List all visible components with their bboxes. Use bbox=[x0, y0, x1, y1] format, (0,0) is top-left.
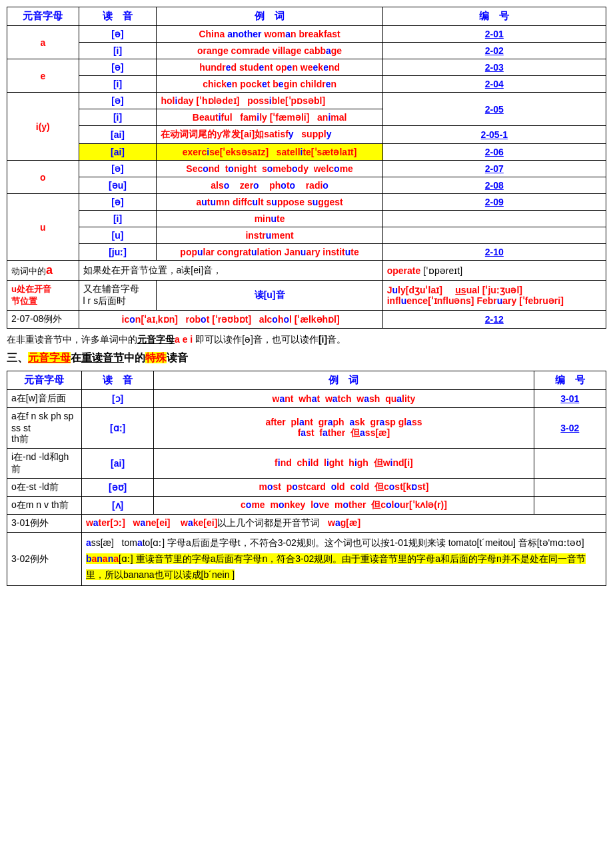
num-cell: 2-05-1 bbox=[382, 126, 606, 144]
num-cell: 2-08 bbox=[382, 177, 606, 194]
example-cell: 在动词词尾的y常发[ai]如satisfy supply bbox=[157, 126, 382, 144]
t2-example-cell: come monkey love mother 但colour[ˈkʌlə(r)… bbox=[154, 497, 534, 515]
table-row: [u] instrument bbox=[7, 227, 606, 244]
t2-letter-cell: i在-nd -ld和gh前 bbox=[7, 449, 82, 479]
exception-row: 2-07-08例外 icon[ˈaɪˌkɒn] robot [ˈrəʊbɒt] … bbox=[7, 311, 606, 329]
example-cell: also zero photo radio bbox=[157, 177, 382, 194]
table-row: [juː] popular congratulation January ins… bbox=[7, 244, 606, 261]
special-desc-u: 又在辅音字母l r s后面时 bbox=[79, 281, 157, 311]
table-row: e [ə] hundred student open weekend 2-03 bbox=[7, 59, 606, 76]
num-cell: 2-10 bbox=[382, 244, 606, 261]
example-cell: China another woman breakfast bbox=[157, 26, 382, 43]
example-cell: minute bbox=[157, 211, 382, 227]
special-label-u: u处在开音节位置 bbox=[7, 281, 79, 311]
table-row: o [ə] Second tonight somebody welcome 2-… bbox=[7, 161, 606, 177]
exception-302-label: 3-02例外 bbox=[7, 533, 82, 586]
t2-phonetic-cell: [ai] bbox=[81, 449, 153, 479]
table-row: o在m n v th前 [ʌ] come monkey love mother … bbox=[7, 497, 606, 515]
t2-num-cell bbox=[534, 497, 606, 515]
phonetic-cell: [ə] bbox=[79, 161, 157, 177]
main-table-1: 元音字母 读 音 例 词 编 号 a [ə] China another wom… bbox=[7, 7, 606, 329]
t2-letter-cell: o在-st -ld前 bbox=[7, 479, 82, 497]
phonetic-cell: [i] bbox=[79, 76, 157, 93]
letter-o: o bbox=[7, 161, 79, 194]
example-cell: Second tonight somebody welcome bbox=[157, 161, 382, 177]
table-row: [ai] 在动词词尾的y常发[ai]如satisfy supply 2-05-1 bbox=[7, 126, 606, 144]
special-desc-a: 如果处在开音节位置，a读[ei]音， bbox=[79, 261, 382, 281]
example-cell: popular congratulation January institute bbox=[157, 244, 382, 261]
phonetic-cell: [i] bbox=[79, 211, 157, 227]
t2-num-cell bbox=[534, 449, 606, 479]
example-cell: hundred student open weekend bbox=[157, 59, 382, 76]
t2-num-cell: 3-02 bbox=[534, 408, 606, 449]
phonetic-cell: [ai] bbox=[79, 126, 157, 144]
example-cell: Beautiful family [ˈfæməli] animal bbox=[157, 109, 382, 126]
col2-header-phonetic: 读 音 bbox=[81, 371, 153, 390]
special-row-u: u处在开音节位置 又在辅音字母l r s后面时 读[u]音 July[dʒuˈl… bbox=[7, 281, 606, 311]
letter-e: e bbox=[7, 59, 79, 93]
t2-letter-cell: a在[w]音后面 bbox=[7, 390, 82, 408]
example-cell: holiday [ˈhɒlədeɪ] possible[ˈpɒsəbl] bbox=[157, 93, 382, 109]
t2-phonetic-cell: [əʊ] bbox=[81, 479, 153, 497]
num-cell bbox=[382, 211, 606, 227]
num-cell: 2-09 bbox=[382, 194, 606, 211]
num-cell: 2-04 bbox=[382, 76, 606, 93]
phonetic-cell: [əu] bbox=[79, 177, 157, 194]
table-row: o在-st -ld前 [əʊ] most postcard old cold 但… bbox=[7, 479, 606, 497]
num-cell: 2-12 bbox=[382, 311, 606, 329]
phonetic-cell: [i] bbox=[79, 43, 157, 59]
num-cell: 2-07 bbox=[382, 161, 606, 177]
t2-num-cell: 3-01 bbox=[534, 390, 606, 408]
t2-phonetic-cell: [ɔ] bbox=[81, 390, 153, 408]
phonetic-cell: [ə] bbox=[79, 26, 157, 43]
table-row: [əu] also zero photo radio 2-08 bbox=[7, 177, 606, 194]
num-cell: 2-05 bbox=[382, 93, 606, 126]
t2-phonetic-cell: [ʌ] bbox=[81, 497, 153, 515]
num-cell: 2-03 bbox=[382, 59, 606, 76]
num-cell: 2-01 bbox=[382, 26, 606, 43]
table-row: a在[w]音后面 [ɔ] want what watch wash qualit… bbox=[7, 390, 606, 408]
table-row: a [ə] China another woman breakfast 2-01 bbox=[7, 26, 606, 43]
example-cell: orange comrade village cabbage bbox=[157, 43, 382, 59]
phonetic-cell: [ə] bbox=[79, 194, 157, 211]
col-header-num: 编 号 bbox=[382, 7, 606, 26]
phonetic-cell: [ə] bbox=[79, 93, 157, 109]
exception-301-label: 3-01例外 bbox=[7, 515, 82, 533]
num-cell bbox=[382, 227, 606, 244]
col-header-letter: 元音字母 bbox=[7, 7, 79, 26]
phonetic-cell: [ə] bbox=[79, 59, 157, 76]
phonetic-cell: [juː] bbox=[79, 244, 157, 261]
table-row: a在f n sk ph sp ss stth前 [ɑː] after plant… bbox=[7, 408, 606, 449]
exception-301-row: 3-01例外 water[ɔː] wane[ei] wake[ei]以上几个词都… bbox=[7, 515, 606, 533]
t2-example-cell: most postcard old cold 但cost[kɒst] bbox=[154, 479, 534, 497]
table-row: i在-nd -ld和gh前 [ai] find child light high… bbox=[7, 449, 606, 479]
example-cell: chicken pocket begin children bbox=[157, 76, 382, 93]
exception-examples: icon[ˈaɪˌkɒn] robot [ˈrəʊbɒt] alcohol [ˈ… bbox=[79, 311, 382, 329]
table-row: [i] orange comrade village cabbage 2-02 bbox=[7, 43, 606, 59]
section2-title: 三、元音字母在重读音节中的特殊读音 bbox=[7, 351, 606, 365]
t2-letter-cell: o在m n v th前 bbox=[7, 497, 82, 515]
num-cell: 2-06 bbox=[382, 144, 606, 161]
col2-header-letter: 元音字母 bbox=[7, 371, 82, 390]
t2-example-cell: find child light high 但wind[i] bbox=[154, 449, 534, 479]
special-label-a: 动词中的a bbox=[7, 261, 79, 281]
letter-iy: i(y) bbox=[7, 93, 79, 161]
t2-example-cell: want what watch wash quality bbox=[154, 390, 534, 408]
exception-301-content: water[ɔː] wane[ei] wake[ei]以上几个词都是开音节词 w… bbox=[81, 515, 606, 533]
col-header-examples: 例 词 bbox=[157, 7, 382, 26]
table-row: [ai] exercise[ˈeksəsaɪz] satellite[ˈsætə… bbox=[7, 144, 606, 161]
col2-header-num: 编 号 bbox=[534, 371, 606, 390]
t2-example-cell: after plant graph ask grasp glass fast f… bbox=[154, 408, 534, 449]
letter-u: u bbox=[7, 194, 79, 261]
col-header-phonetic: 读 音 bbox=[79, 7, 157, 26]
table-row: u [ə] autumn diffcult suppose suggest 2-… bbox=[7, 194, 606, 211]
table-row: i(y) [ə] holiday [ˈhɒlədeɪ] possible[ˈpɒ… bbox=[7, 93, 606, 109]
phonetic-cell: [ai] bbox=[79, 144, 157, 161]
t2-phonetic-cell: [ɑː] bbox=[81, 408, 153, 449]
special-row-a: 动词中的a 如果处在开音节位置，a读[ei]音， operate [ˈɒpəre… bbox=[7, 261, 606, 281]
special-example-u: July[dʒuˈlaɪ] usual [ˈjuːʒuəl] influence… bbox=[382, 281, 606, 311]
letter-a: a bbox=[7, 26, 79, 59]
phonetic-cell: [i] bbox=[79, 109, 157, 126]
example-cell: autumn diffcult suppose suggest bbox=[157, 194, 382, 211]
note-1: 在非重读音节中，许多单词中的元音字母a e i 即可以读作[ə]音，也可以读作[… bbox=[7, 334, 606, 346]
